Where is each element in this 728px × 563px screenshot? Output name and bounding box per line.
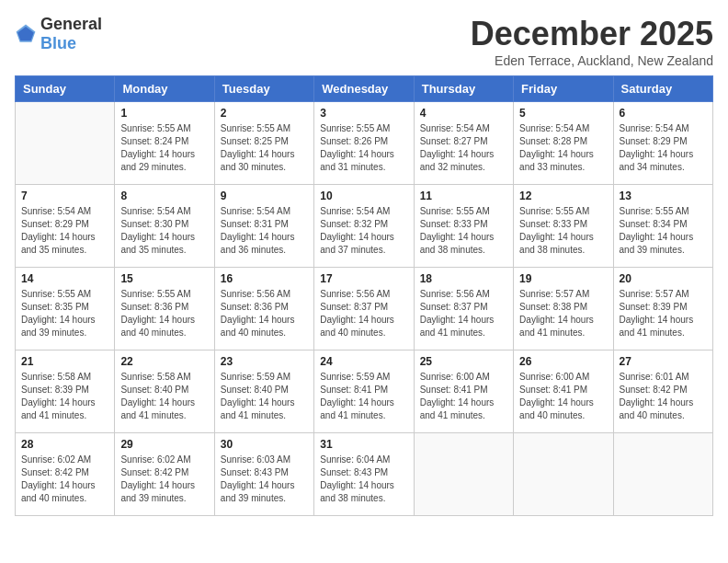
calendar-cell: 23Sunrise: 5:59 AM Sunset: 8:40 PM Dayli… — [214, 350, 313, 433]
day-detail: Sunrise: 5:58 AM Sunset: 8:39 PM Dayligh… — [21, 371, 108, 422]
svg-marker-1 — [17, 27, 34, 40]
day-number: 16 — [221, 272, 308, 285]
calendar-cell — [514, 433, 613, 516]
day-detail: Sunrise: 6:00 AM Sunset: 8:41 PM Dayligh… — [519, 371, 607, 422]
day-number: 13 — [620, 190, 707, 202]
calendar-cell: 6Sunrise: 5:54 AM Sunset: 8:29 PM Daylig… — [613, 102, 712, 185]
calendar-cell — [414, 433, 513, 516]
calendar-cell: 10Sunrise: 5:54 AM Sunset: 8:32 PM Dayli… — [314, 185, 414, 268]
calendar-cell: 29Sunrise: 6:02 AM Sunset: 8:42 PM Dayli… — [115, 433, 214, 516]
day-number: 7 — [21, 190, 108, 202]
logo-text-general: General — [40, 15, 102, 33]
day-detail: Sunrise: 6:02 AM Sunset: 8:42 PM Dayligh… — [21, 454, 108, 505]
calendar-cell: 5Sunrise: 5:54 AM Sunset: 8:28 PM Daylig… — [514, 102, 613, 185]
calendar-cell: 27Sunrise: 6:01 AM Sunset: 8:42 PM Dayli… — [613, 350, 712, 433]
day-detail: Sunrise: 5:54 AM Sunset: 8:29 PM Dayligh… — [21, 205, 108, 257]
calendar-cell: 22Sunrise: 5:58 AM Sunset: 8:40 PM Dayli… — [115, 350, 214, 433]
day-number: 9 — [221, 190, 308, 202]
logo-icon — [15, 23, 37, 45]
calendar-cell: 28Sunrise: 6:02 AM Sunset: 8:42 PM Dayli… — [16, 433, 115, 516]
day-number: 12 — [519, 190, 607, 202]
calendar-cell: 12Sunrise: 5:55 AM Sunset: 8:33 PM Dayli… — [514, 185, 613, 268]
day-detail: Sunrise: 5:54 AM Sunset: 8:28 PM Dayligh… — [519, 122, 607, 174]
day-number: 30 — [221, 438, 308, 451]
day-number: 3 — [320, 107, 407, 120]
day-number: 15 — [120, 272, 208, 285]
calendar-cell: 2Sunrise: 5:55 AM Sunset: 8:25 PM Daylig… — [214, 102, 313, 185]
day-number: 6 — [620, 107, 707, 120]
logo: General Blue — [15, 15, 102, 53]
day-detail: Sunrise: 5:55 AM Sunset: 8:33 PM Dayligh… — [420, 205, 507, 257]
weekday-header-thursday: Thursday — [414, 76, 513, 102]
day-number: 4 — [420, 107, 507, 120]
calendar-cell: 26Sunrise: 6:00 AM Sunset: 8:41 PM Dayli… — [514, 350, 613, 433]
day-number: 11 — [420, 190, 507, 202]
calendar-cell — [16, 102, 115, 185]
calendar-cell: 9Sunrise: 5:54 AM Sunset: 8:31 PM Daylig… — [214, 185, 313, 268]
month-title: December 2025 — [471, 15, 713, 53]
day-number: 25 — [420, 355, 507, 368]
day-detail: Sunrise: 6:00 AM Sunset: 8:41 PM Dayligh… — [420, 371, 507, 422]
calendar-cell: 17Sunrise: 5:56 AM Sunset: 8:37 PM Dayli… — [314, 268, 414, 350]
weekday-header-saturday: Saturday — [613, 76, 712, 102]
day-number: 22 — [120, 355, 208, 368]
calendar-cell: 21Sunrise: 5:58 AM Sunset: 8:39 PM Dayli… — [16, 350, 115, 433]
weekday-header-tuesday: Tuesday — [214, 76, 313, 102]
calendar-cell: 19Sunrise: 5:57 AM Sunset: 8:38 PM Dayli… — [514, 268, 613, 350]
day-number: 18 — [420, 272, 507, 285]
day-detail: Sunrise: 6:02 AM Sunset: 8:42 PM Dayligh… — [120, 454, 208, 505]
day-detail: Sunrise: 5:55 AM Sunset: 8:24 PM Dayligh… — [120, 122, 208, 174]
calendar-cell: 14Sunrise: 5:55 AM Sunset: 8:35 PM Dayli… — [16, 268, 115, 350]
location-title: Eden Terrace, Auckland, New Zealand — [471, 53, 713, 68]
day-detail: Sunrise: 5:57 AM Sunset: 8:38 PM Dayligh… — [519, 288, 607, 339]
day-detail: Sunrise: 5:54 AM Sunset: 8:29 PM Dayligh… — [620, 122, 707, 174]
day-number: 14 — [21, 272, 108, 285]
day-number: 20 — [620, 272, 707, 285]
day-detail: Sunrise: 5:58 AM Sunset: 8:40 PM Dayligh… — [120, 371, 208, 422]
day-number: 10 — [320, 190, 407, 202]
weekday-header-wednesday: Wednesday — [314, 76, 414, 102]
day-number: 29 — [120, 438, 208, 451]
day-number: 17 — [320, 272, 407, 285]
calendar-cell: 25Sunrise: 6:00 AM Sunset: 8:41 PM Dayli… — [414, 350, 513, 433]
calendar-cell: 13Sunrise: 5:55 AM Sunset: 8:34 PM Dayli… — [613, 185, 712, 268]
calendar-cell: 7Sunrise: 5:54 AM Sunset: 8:29 PM Daylig… — [16, 185, 115, 268]
day-detail: Sunrise: 5:54 AM Sunset: 8:30 PM Dayligh… — [120, 205, 208, 257]
calendar-cell: 11Sunrise: 5:55 AM Sunset: 8:33 PM Dayli… — [414, 185, 513, 268]
day-detail: Sunrise: 5:56 AM Sunset: 8:36 PM Dayligh… — [221, 288, 308, 339]
calendar-cell: 4Sunrise: 5:54 AM Sunset: 8:27 PM Daylig… — [414, 102, 513, 185]
calendar-cell: 3Sunrise: 5:55 AM Sunset: 8:26 PM Daylig… — [314, 102, 414, 185]
day-number: 8 — [120, 190, 208, 202]
day-number: 1 — [120, 107, 208, 120]
day-detail: Sunrise: 5:59 AM Sunset: 8:40 PM Dayligh… — [221, 371, 308, 422]
calendar-table: SundayMondayTuesdayWednesdayThursdayFrid… — [15, 75, 713, 516]
day-detail: Sunrise: 5:54 AM Sunset: 8:32 PM Dayligh… — [320, 205, 407, 257]
day-number: 28 — [21, 438, 108, 451]
calendar-cell: 18Sunrise: 5:56 AM Sunset: 8:37 PM Dayli… — [414, 268, 513, 350]
day-number: 24 — [320, 355, 407, 368]
day-number: 2 — [221, 107, 308, 120]
weekday-header-sunday: Sunday — [16, 76, 115, 102]
weekday-header-friday: Friday — [514, 76, 613, 102]
calendar-cell: 15Sunrise: 5:55 AM Sunset: 8:36 PM Dayli… — [115, 268, 214, 350]
day-number: 19 — [519, 272, 607, 285]
day-detail: Sunrise: 5:55 AM Sunset: 8:26 PM Dayligh… — [320, 122, 407, 174]
logo-text-blue: Blue — [40, 34, 76, 52]
header: General Blue December 2025 Eden Terrace,… — [15, 15, 713, 68]
day-number: 5 — [519, 107, 607, 120]
day-detail: Sunrise: 5:54 AM Sunset: 8:31 PM Dayligh… — [221, 205, 308, 257]
day-number: 31 — [320, 438, 407, 451]
title-area: December 2025 Eden Terrace, Auckland, Ne… — [471, 15, 713, 68]
calendar-cell: 20Sunrise: 5:57 AM Sunset: 8:39 PM Dayli… — [613, 268, 712, 350]
day-detail: Sunrise: 5:57 AM Sunset: 8:39 PM Dayligh… — [620, 288, 707, 339]
day-detail: Sunrise: 6:01 AM Sunset: 8:42 PM Dayligh… — [620, 371, 707, 422]
weekday-header-monday: Monday — [115, 76, 214, 102]
day-detail: Sunrise: 5:54 AM Sunset: 8:27 PM Dayligh… — [420, 122, 507, 174]
calendar-cell: 1Sunrise: 5:55 AM Sunset: 8:24 PM Daylig… — [115, 102, 214, 185]
calendar-cell: 31Sunrise: 6:04 AM Sunset: 8:43 PM Dayli… — [314, 433, 414, 516]
day-detail: Sunrise: 5:55 AM Sunset: 8:25 PM Dayligh… — [221, 122, 308, 174]
day-number: 26 — [519, 355, 607, 368]
calendar-cell: 30Sunrise: 6:03 AM Sunset: 8:43 PM Dayli… — [214, 433, 313, 516]
day-number: 23 — [221, 355, 308, 368]
calendar-cell: 16Sunrise: 5:56 AM Sunset: 8:36 PM Dayli… — [214, 268, 313, 350]
